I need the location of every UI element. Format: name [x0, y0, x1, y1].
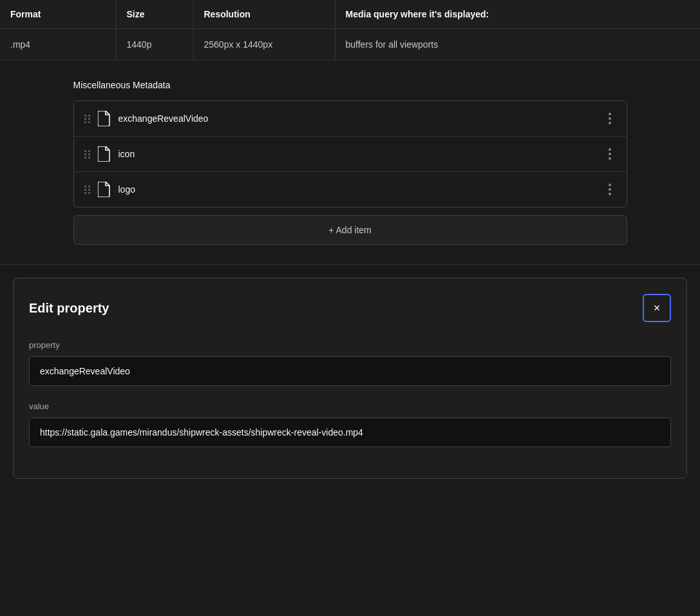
file-icon [98, 182, 111, 197]
drag-handle[interactable] [84, 150, 90, 159]
drag-dot [88, 150, 90, 152]
drag-dot [88, 153, 90, 155]
file-icon [98, 111, 111, 126]
drag-dot [84, 121, 86, 123]
close-button[interactable]: × [643, 294, 671, 322]
drag-dot [84, 189, 86, 191]
drag-dot [88, 157, 90, 159]
cell-format: .mp4 [0, 29, 116, 61]
list-item: logo [74, 172, 627, 207]
edit-property-title: Edit property [29, 301, 109, 316]
more-menu-button[interactable] [603, 146, 616, 162]
cell-media-query: buffers for all viewports [335, 29, 700, 61]
col-header-format: Format [0, 0, 116, 29]
drag-dot [84, 115, 86, 117]
value-form-group: value [29, 401, 671, 447]
table-row: .mp4 1440p 2560px x 1440px buffers for a… [0, 29, 700, 61]
property-input[interactable] [29, 356, 671, 386]
metadata-inner: Miscellaneous Metadata [73, 80, 627, 245]
more-dot [609, 113, 611, 115]
more-dot [609, 193, 611, 195]
cell-resolution: 2560px x 1440px [193, 29, 335, 61]
col-header-size: Size [116, 0, 193, 29]
property-form-group: property [29, 340, 671, 386]
cell-size: 1440p [116, 29, 193, 61]
metadata-title: Miscellaneous Metadata [73, 80, 627, 90]
drag-handle[interactable] [84, 115, 90, 123]
file-icon [98, 146, 111, 162]
drag-dot [88, 118, 90, 120]
metadata-item-label: logo [118, 184, 596, 195]
more-dot [609, 153, 611, 155]
more-dot [609, 122, 611, 124]
metadata-item-label: exchangeRevealVideo [118, 113, 596, 124]
more-menu-button[interactable] [603, 110, 616, 127]
col-header-media: Media query where it's displayed: [335, 0, 700, 29]
add-item-button[interactable]: + Add item [73, 215, 627, 245]
drag-dot [84, 153, 86, 155]
metadata-list: exchangeRevealVideo [73, 101, 627, 207]
drag-dot [84, 157, 86, 159]
list-item: exchangeRevealVideo [74, 101, 627, 137]
more-dot [609, 117, 611, 120]
value-label: value [29, 401, 671, 411]
more-dot [609, 184, 611, 186]
drag-dot [84, 186, 86, 188]
drag-dot [88, 186, 90, 188]
more-dot [609, 148, 611, 151]
drag-handle[interactable] [84, 186, 90, 194]
more-dot [609, 157, 611, 160]
edit-property-container: Edit property × property value [13, 278, 687, 479]
drag-dot [84, 118, 86, 120]
drag-dot [88, 192, 90, 194]
col-header-resolution: Resolution [193, 0, 335, 29]
property-label: property [29, 340, 671, 350]
close-icon: × [654, 302, 661, 315]
value-input[interactable] [29, 418, 671, 447]
metadata-item-label: icon [118, 149, 596, 159]
format-table-section: Format Size Resolution Media query where… [0, 0, 700, 61]
format-table: Format Size Resolution Media query where… [0, 0, 700, 60]
drag-dot [88, 115, 90, 117]
metadata-section: Miscellaneous Metadata [0, 61, 700, 264]
drag-dot [88, 189, 90, 191]
more-dot [609, 188, 611, 191]
edit-property-section: Edit property × property value [0, 264, 700, 479]
list-item: icon [74, 137, 627, 172]
drag-dot [84, 150, 86, 152]
more-menu-button[interactable] [603, 181, 616, 198]
drag-dot [88, 121, 90, 123]
edit-property-header: Edit property × [29, 294, 671, 322]
drag-dot [84, 192, 86, 194]
